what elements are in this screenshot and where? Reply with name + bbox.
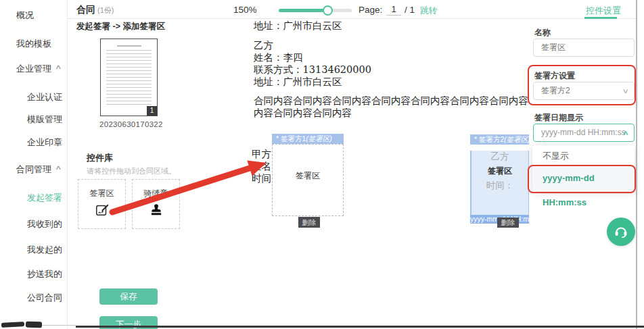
toolbar — [68, 0, 636, 19]
zoom-slider-fill — [279, 9, 329, 12]
zoom-slider-handle[interactable] — [323, 5, 333, 16]
control-library-hint: 请将控件拖动到合同区域。 — [87, 166, 176, 176]
signature-box1-body[interactable]: 签署区 — [272, 144, 344, 216]
sidebar-item-my-templates[interactable]: 我的模板 — [0, 36, 68, 50]
thumbnail-filename: 20230630170322 — [99, 120, 163, 128]
thumbnail-title-line — [117, 45, 141, 47]
doc-party-b-addr: 地址：广州市白云区 — [254, 76, 342, 88]
doc-content-line1: 合同内容合同内容合同内容合同内容合同内容合同内容合同内容合同内 — [254, 95, 558, 107]
signature-box1-delete-button[interactable]: 删除 — [298, 217, 320, 228]
clipped-text-artifact — [26, 322, 42, 328]
sidebar-item-enterprise-seal[interactable]: 企业印章 — [0, 135, 68, 149]
thumbnail-text-lines — [106, 50, 152, 107]
signature-box2-body[interactable]: 乙方 签署区 时间： — [470, 151, 530, 215]
date-format-select[interactable]: yyyy-mm-dd HH:mm:ss∧ — [533, 124, 635, 142]
sidebar-item-received[interactable]: 我收到的 — [0, 217, 68, 230]
chevron-up-icon: ∧ — [622, 124, 629, 141]
save-button[interactable]: 保存 — [99, 288, 158, 305]
doc-content-line2: 内容合同内容合同内容 — [254, 107, 352, 120]
chevron-down-icon: ∨ — [622, 82, 629, 99]
name-input[interactable]: 签署区 — [533, 39, 635, 57]
sidebar: 概况 我的模板 企业管理∧ 企业认证 模版管理 企业印章 合同管理∧ 发起签署 … — [0, 0, 68, 329]
doc-party-a-title: 甲方 — [252, 148, 271, 161]
window-bottom-edge — [76, 326, 644, 328]
name-field-label: 名称 — [534, 27, 551, 39]
tab-active-indicator — [584, 17, 617, 19]
sidebar-item-initiated[interactable]: 我发起的 — [0, 243, 68, 256]
sidebar-item-cc-me[interactable]: 抄送我的 — [0, 267, 68, 280]
page-total: / 1 — [405, 5, 415, 15]
signature-box2-header: * 签署方2(签署区) — [470, 134, 530, 145]
sidebar-item-contract-mgmt[interactable]: 合同管理∧ — [0, 162, 68, 176]
scrollbar-track[interactable] — [636, 0, 637, 329]
page-thumbnail[interactable]: 1 — [100, 39, 158, 116]
sidebar-item-enterprise-auth[interactable]: 企业认证 — [0, 90, 68, 103]
thumbnail-page-badge: 1 — [147, 106, 157, 116]
page-jump-button[interactable]: 跳转 — [420, 5, 437, 17]
signature-box2-delete-button[interactable]: 删除 — [497, 218, 519, 228]
chevron-up-icon: ∧ — [55, 164, 62, 171]
sidebar-item-initiate-sign[interactable]: 发起签署 — [0, 191, 68, 204]
doc-address-top: 地址：广州市白云区 — [254, 20, 342, 32]
headset-icon — [607, 224, 635, 240]
stamp-icon — [133, 203, 179, 218]
zoom-level: 150% — [233, 5, 257, 15]
doc-party-b-behind: 乙方 — [472, 151, 528, 163]
contract-sign-setup-page: 概况 我的模板 企业管理∧ 企业认证 模版管理 企业印章 合同管理∧ 发起签署 … — [0, 0, 644, 329]
control-library-title: 控件库 — [87, 152, 113, 164]
doc-time-behind: 时间： — [472, 180, 528, 192]
control-signature-area[interactable]: 签署区 — [78, 179, 126, 229]
dropdown-option-none[interactable]: 不显示 — [532, 146, 635, 166]
dropdown-option-datetime[interactable]: yyyy-mm-dd HH:mm:ss — [532, 166, 635, 191]
control-paging-seal[interactable]: 骑缝章 — [132, 179, 180, 229]
sidebar-item-overview[interactable]: 概况 — [0, 8, 68, 22]
sign-date-label: 签署日期显示 — [534, 112, 583, 124]
page-number-input[interactable] — [386, 3, 401, 16]
doc-party-b-contact: 联系方式：13134620000 — [254, 64, 371, 76]
tab-control-settings[interactable]: 控件设置 — [586, 5, 621, 17]
doc-party-b-title: 乙方 — [254, 39, 273, 52]
doc-party-b-name: 姓名：李四 — [254, 51, 303, 64]
signature-box-party1[interactable]: * 签署方1(签署区) 签署区 — [272, 134, 344, 216]
sidebar-item-enterprise-mgmt[interactable]: 企业管理∧ — [0, 61, 68, 75]
breadcrumb: 发起签署 -> 添加签署区 — [76, 21, 165, 32]
page-label: Page: — [359, 5, 382, 15]
sidebar-item-template-mgmt[interactable]: 模版管理 — [0, 112, 68, 126]
signer-setting-label: 签署方设置 — [534, 70, 575, 82]
doc-count: (1份) — [97, 6, 114, 14]
clipped-line-artifact — [42, 325, 76, 326]
chevron-up-icon: ∧ — [55, 64, 62, 70]
signer-select[interactable]: 签署方2∨ — [533, 82, 635, 100]
signature-box-party2[interactable]: * 签署方2(签署区) 乙方 签署区 时间： yyyy-mm-dd HH:mm — [470, 134, 530, 224]
doc-title: 合同(1份) — [76, 4, 114, 16]
customer-support-button[interactable] — [607, 218, 635, 246]
signature-box1-header: * 签署方1(签署区) — [272, 134, 344, 144]
signature-pen-icon — [78, 203, 125, 218]
sidebar-item-company-contracts[interactable]: 公司合同 — [0, 290, 68, 304]
